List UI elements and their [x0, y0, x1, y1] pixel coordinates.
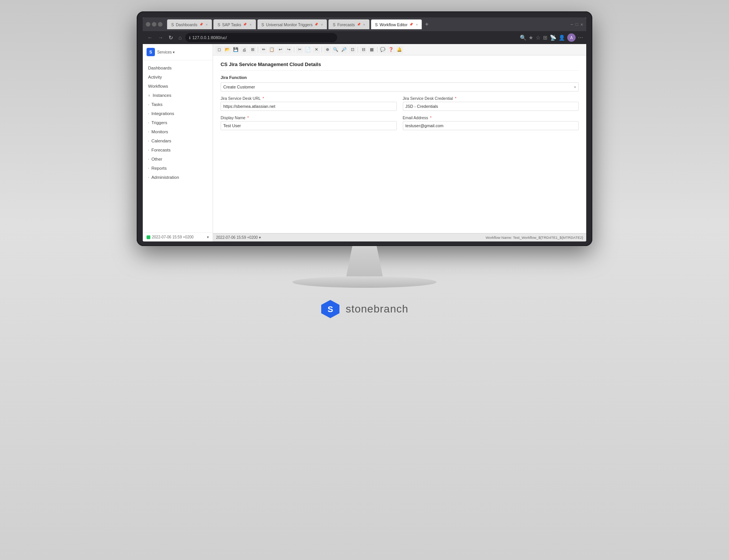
chevron-icon: ›: [148, 148, 149, 152]
tab-dashboards[interactable]: S Dashboards 📌 ×: [167, 19, 212, 29]
chevron-icon: ›: [148, 130, 149, 134]
search-icon[interactable]: 🔍: [520, 35, 526, 41]
tab-close-icon[interactable]: ×: [416, 23, 418, 27]
close-btn[interactable]: [158, 22, 163, 27]
sidebar-item-integrations[interactable]: › Integrations: [143, 109, 213, 118]
display-name-input[interactable]: [221, 121, 397, 130]
tab-sap[interactable]: S SAP Tasks 📌 ×: [213, 19, 256, 29]
extensions-icon[interactable]: ⊞: [543, 35, 548, 41]
sidebar-item-workflows[interactable]: Workflows: [143, 82, 213, 91]
jira-credential-input[interactable]: [403, 102, 579, 111]
tab-close-icon[interactable]: ×: [363, 23, 365, 27]
tab-close-icon[interactable]: ×: [321, 23, 323, 27]
toolbar: ◻ 📂 💾 🖨 ⊞ ✏ 📋 ↩ ↪ ✂ 📄 ✕: [213, 44, 586, 55]
more-options-icon[interactable]: ⋯: [578, 35, 583, 41]
timestamp-dropdown[interactable]: 2022-07-06 15:59 +0200 ▾: [216, 235, 261, 240]
footer-timestamp: 2022-07-06 15:59 +0200: [152, 235, 194, 239]
sidebar-item-label: Tasks: [151, 102, 163, 107]
jira-function-select[interactable]: Create Customer: [221, 82, 579, 91]
sidebar-brand-info: Services ▾: [157, 50, 175, 54]
jira-url-label: Jira Service Desk URL *: [221, 96, 397, 101]
sidebar-item-tasks[interactable]: › Tasks: [143, 100, 213, 109]
forward-button[interactable]: →: [156, 34, 165, 41]
new-tab-button[interactable]: +: [425, 21, 428, 28]
monitor-stand-neck: [334, 246, 395, 276]
sidebar-item-reports[interactable]: › Reports: [143, 164, 213, 173]
address-input[interactable]: ℹ 127.0.0.1:8080/uc/: [185, 33, 337, 42]
sidebar-item-label: Monitors: [151, 129, 168, 134]
form-group-jira-function: Jira Function Create Customer: [221, 75, 579, 91]
toolbar-cut-btn[interactable]: ✂: [296, 46, 303, 54]
brand-name-text: stonebranch: [346, 303, 408, 315]
toolbar-diagram-btn[interactable]: ▦: [368, 46, 376, 54]
toolbar-separator-4: [358, 47, 358, 53]
minimize-window-btn[interactable]: −: [570, 22, 573, 27]
sidebar-item-label: Workflows: [148, 84, 168, 88]
required-marker-2: *: [454, 96, 456, 101]
tab-favicon: S: [333, 22, 335, 27]
tab-universal-monitor[interactable]: S Universal Monitor Triggers 📌 ×: [257, 19, 327, 29]
toolbar-fullscreen-btn[interactable]: ⊡: [349, 46, 356, 54]
user-avatar[interactable]: A: [567, 33, 576, 42]
sidebar-item-triggers[interactable]: › Triggers: [143, 118, 213, 127]
toolbar-edit-btn[interactable]: ✏: [260, 46, 267, 54]
back-button[interactable]: ←: [146, 34, 154, 41]
tab-workflow-editor[interactable]: S Workflow Editor 📌 ×: [371, 19, 422, 29]
chevron-icon: ›: [148, 112, 149, 115]
footer-dropdown-icon[interactable]: ▾: [207, 235, 209, 239]
toolbar-save-btn[interactable]: 💾: [232, 46, 240, 54]
toolbar-layout-btn[interactable]: ⊟: [360, 46, 367, 54]
toolbar-copy-btn[interactable]: 📄: [304, 46, 312, 54]
tab-close-icon[interactable]: ×: [249, 23, 251, 27]
form-title: CS Jira Service Management Cloud Details: [221, 62, 579, 71]
toolbar-zoom-fit-btn[interactable]: ⊕: [323, 46, 331, 54]
toolbar-new-btn[interactable]: ◻: [215, 46, 223, 54]
maximize-btn[interactable]: [152, 22, 156, 27]
sidebar-item-administration[interactable]: › Administration: [143, 173, 213, 182]
toolbar-redo-btn[interactable]: ↪: [285, 46, 292, 54]
tab-label: Dashboards: [176, 22, 197, 27]
toolbar-zoom-out-btn[interactable]: 🔎: [340, 46, 348, 54]
bookmark-manager-icon[interactable]: ☆: [536, 35, 541, 41]
toolbar-grid-btn[interactable]: ⊞: [249, 46, 256, 54]
status-timestamp: 2022-07-06 15:59 +0200: [216, 235, 258, 240]
bookmark-icon[interactable]: ★: [529, 35, 533, 41]
toolbar-help-btn[interactable]: ❓: [387, 46, 395, 54]
minimize-btn[interactable]: [146, 22, 150, 27]
cast-icon[interactable]: 📡: [550, 35, 556, 41]
toolbar-comment-btn[interactable]: 💬: [379, 46, 387, 54]
email-input[interactable]: [403, 121, 579, 130]
form-group-email: Email Address *: [403, 115, 579, 130]
sidebar-item-other[interactable]: › Other: [143, 155, 213, 164]
toolbar-delete-btn[interactable]: ✕: [312, 46, 320, 54]
tab-label: Forecasts: [337, 22, 355, 27]
sidebar-logo: S: [147, 48, 155, 56]
browser-toolbar-actions: 🔍 ★ ☆ ⊞ 📡 👤 A ⋯: [520, 33, 583, 42]
sidebar-item-instances[interactable]: ∨ Instances: [143, 91, 213, 100]
toolbar-zoom-in-btn[interactable]: 🔍: [332, 46, 339, 54]
toolbar-print-btn[interactable]: 🖨: [240, 46, 248, 54]
sidebar-item-activity[interactable]: Activity: [143, 73, 213, 82]
tab-pin-icon: 📌: [314, 23, 318, 26]
home-button[interactable]: ⌂: [177, 34, 183, 41]
toolbar-undo-btn[interactable]: ↩: [276, 46, 284, 54]
jira-url-input[interactable]: [221, 102, 397, 111]
toolbar-open-btn[interactable]: 📂: [224, 46, 231, 54]
tab-forecasts[interactable]: S Forecasts 📌 ×: [328, 19, 369, 29]
tab-label: SAP Tasks: [222, 22, 241, 27]
stonebranch-logo-icon: S: [320, 299, 340, 319]
services-label[interactable]: Services ▾: [157, 50, 175, 54]
sidebar-item-monitors[interactable]: › Monitors: [143, 127, 213, 136]
restore-window-btn[interactable]: □: [576, 22, 578, 27]
tab-label: Universal Monitor Triggers: [266, 22, 313, 27]
sidebar-item-calendars[interactable]: › Calendars: [143, 136, 213, 145]
toolbar-alert-btn[interactable]: 🔔: [396, 46, 403, 54]
status-indicator: [147, 235, 150, 239]
refresh-button[interactable]: ↻: [167, 34, 175, 41]
profile-icon[interactable]: 👤: [559, 35, 565, 41]
sidebar-item-forecasts[interactable]: › Forecasts: [143, 145, 213, 155]
toolbar-paste-btn[interactable]: 📋: [268, 46, 276, 54]
tab-close-icon[interactable]: ×: [206, 23, 208, 27]
close-window-btn[interactable]: ×: [580, 22, 583, 27]
sidebar-item-dashboards[interactable]: Dashboards: [143, 63, 213, 73]
